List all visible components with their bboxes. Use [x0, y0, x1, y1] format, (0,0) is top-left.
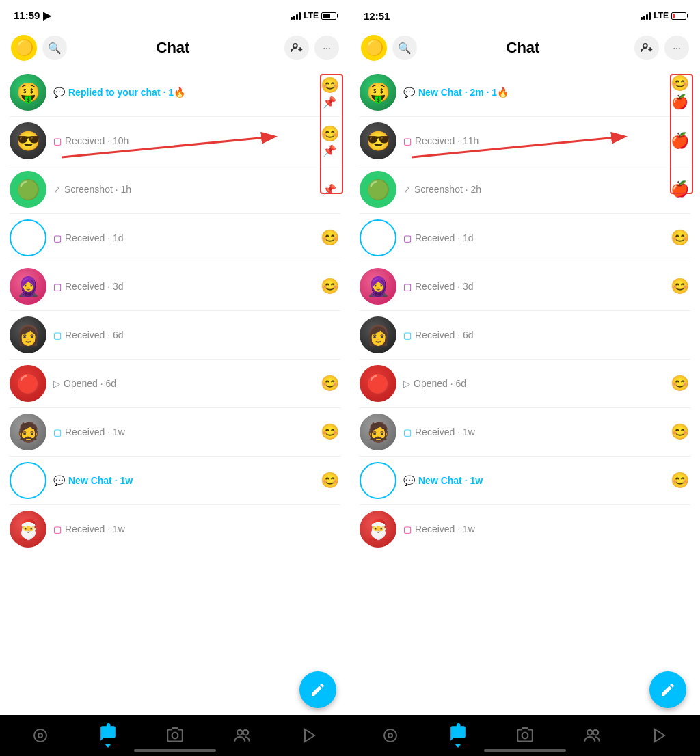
chat-item-3-right[interactable]: 🟢 ⤢ Screenshot · 2h 🍎 — [350, 165, 700, 213]
nav-camera-left[interactable] — [142, 727, 208, 744]
nav-friends-left[interactable] — [208, 727, 275, 744]
status-time-right: 12:51 — [364, 10, 390, 22]
battery-icon-left — [321, 12, 336, 20]
avatar-1-left: 🤑 — [10, 74, 46, 111]
avatar-9-right — [360, 462, 396, 499]
chat-item-6-right[interactable]: 👩 ▢ Received · 6d — [350, 311, 700, 359]
status-text-2-left: Received · 10h — [65, 135, 129, 146]
compose-fab-right[interactable] — [649, 671, 686, 708]
status-text-5-right: Received · 3d — [415, 281, 474, 292]
chat-status-4-left: ▢ Received · 1d — [53, 232, 319, 243]
chat-content-2-right: ▢ Received · 11h — [396, 135, 669, 146]
more-options-button-left[interactable]: ··· — [314, 36, 339, 60]
status-text-4-left: Received · 1d — [65, 232, 124, 243]
chat-item-6-left[interactable]: 👩 ▢ Received · 6d — [0, 311, 350, 359]
chat-right-4-left: 😊 — [319, 229, 340, 247]
status-icon-3-right: ⤢ — [403, 185, 411, 195]
chat-right-4-right: 😊 — [669, 229, 690, 247]
nav-camera-right[interactable] — [492, 727, 558, 744]
nav-friends-right[interactable] — [558, 727, 625, 744]
chat-right-1-left: 😊 📌 — [319, 77, 340, 109]
chat-content-7-right: ▷ Opened · 6d — [396, 378, 669, 389]
chat-content-1-right: 💬 New Chat · 2m · 1🔥 — [396, 87, 669, 98]
chat-status-8-right: ▢ Received · 1w — [403, 427, 669, 437]
svg-point-19 — [587, 730, 593, 735]
chat-content-10-right: ▢ Received · 1w — [396, 524, 669, 535]
chat-item-9-left[interactable]: 💬 New Chat · 1w 😊 — [0, 457, 350, 504]
chat-item-7-left[interactable]: 🔴 ▷ Opened · 6d 😊 — [0, 360, 350, 407]
status-icon-4-left: ▢ — [53, 233, 62, 243]
chat-status-9-left: 💬 New Chat · 1w — [53, 475, 319, 486]
chat-item-5-right[interactable]: 🧕 ▢ Received · 3d 😊 — [350, 262, 700, 310]
chat-item-10-right[interactable]: 🎅 ▢ Received · 1w — [350, 505, 700, 553]
status-text-1-left: Replied to your chat · 1🔥 — [68, 87, 185, 98]
chat-notification-dot-right — [456, 723, 460, 727]
chat-item-7-right[interactable]: 🔴 ▷ Opened · 6d 😊 — [350, 360, 700, 407]
apple-emoji-1-right: 🍎 — [671, 94, 688, 110]
status-icon-4-right: ▢ — [403, 233, 412, 243]
chat-item-2-left[interactable]: 😎 ▢ Received · 10h 😊 📌 — [0, 117, 350, 165]
friend-emoji-8-right: 😊 — [671, 423, 689, 441]
profile-avatar-left[interactable]: 🟡 — [11, 35, 37, 61]
status-text-4-right: Received · 1d — [415, 232, 474, 243]
add-friend-button-right[interactable] — [634, 36, 659, 60]
compose-fab-left[interactable] — [299, 671, 336, 708]
avatar-1-right: 🤑 — [360, 74, 396, 111]
signal-icon-left — [291, 12, 301, 20]
chat-status-5-left: ▢ Received · 3d — [53, 281, 319, 292]
add-friend-button-left[interactable] — [284, 36, 309, 60]
chat-status-2-left: ▢ Received · 10h — [53, 135, 319, 146]
chat-item-3-left[interactable]: 🟢 ⤢ Screenshot · 1h 📌 — [0, 165, 350, 213]
nav-chat-left[interactable] — [74, 725, 141, 746]
chat-item-4-left[interactable]: ▢ Received · 1d 😊 — [0, 214, 350, 262]
search-button-left[interactable]: 🔍 — [42, 36, 67, 60]
chat-content-6-right: ▢ Received · 6d — [396, 329, 669, 340]
status-icon-7-left: ▷ — [53, 379, 60, 389]
status-text-10-left: Received · 1w — [65, 524, 125, 535]
avatar-4-left — [10, 219, 46, 256]
chat-item-10-left[interactable]: 🎅 ▢ Received · 1w — [0, 505, 350, 553]
nav-map-right[interactable] — [357, 727, 424, 744]
chat-content-2-left: ▢ Received · 10h — [46, 135, 319, 146]
status-icon-1-right: 💬 — [403, 87, 415, 98]
lte-label-left: LTE — [304, 11, 319, 21]
status-text-3-left: Screenshot · 1h — [64, 184, 131, 195]
chat-status-10-right: ▢ Received · 1w — [403, 524, 669, 535]
status-icon-2-left: ▢ — [53, 136, 62, 146]
status-text-8-right: Received · 1w — [415, 427, 475, 437]
chat-right-9-right: 😊 — [669, 472, 690, 489]
avatar-6-left: 👩 — [10, 316, 46, 353]
friend-emoji-1-left: 😊 — [321, 77, 339, 94]
status-text-7-right: Opened · 6d — [414, 378, 466, 389]
chat-item-8-right[interactable]: 🧔 ▢ Received · 1w 😊 — [350, 408, 700, 456]
chat-item-2-right[interactable]: 😎 ▢ Received · 11h 🍎 — [350, 117, 700, 165]
chat-right-9-left: 😊 — [319, 472, 340, 489]
chat-content-4-right: ▢ Received · 1d — [396, 232, 669, 243]
friend-emoji-9-left: 😊 — [321, 472, 339, 489]
chat-item-1-right[interactable]: 🤑 💬 New Chat · 2m · 1🔥 😊 🍎 — [350, 68, 700, 116]
status-text-5-left: Received · 3d — [65, 281, 124, 292]
chat-item-1-left[interactable]: 🤑 💬 Replied to your chat · 1🔥 😊 📌 — [0, 68, 350, 116]
chat-right-5-right: 😊 — [669, 278, 690, 295]
chat-list-left: 🤑 💬 Replied to your chat · 1🔥 😊 📌 😎 ▢ Re… — [0, 68, 350, 715]
chat-status-7-right: ▷ Opened · 6d — [403, 378, 669, 389]
status-text-6-right: Received · 6d — [415, 329, 474, 340]
avatar-5-right: 🧕 — [360, 268, 396, 305]
right-phone: 12:51 LTE 🟡 🔍 Chat — [350, 0, 700, 756]
chat-item-8-left[interactable]: 🧔 ▢ Received · 1w 😊 — [0, 408, 350, 456]
more-options-button-right[interactable]: ··· — [664, 36, 689, 60]
chat-content-7-left: ▷ Opened · 6d — [46, 378, 319, 389]
nav-map-left[interactable] — [7, 727, 74, 744]
avatar-3-left: 🟢 — [10, 171, 46, 208]
chat-item-9-right[interactable]: 💬 New Chat · 1w 😊 — [350, 457, 700, 504]
search-button-right[interactable]: 🔍 — [392, 36, 417, 60]
chat-item-4-right[interactable]: ▢ Received · 1d 😊 — [350, 214, 700, 262]
chat-item-5-left[interactable]: 🧕 ▢ Received · 3d 😊 — [0, 262, 350, 310]
avatar-5-left: 🧕 — [10, 268, 46, 305]
nav-chat-right[interactable] — [424, 725, 491, 746]
nav-discover-left[interactable] — [276, 727, 343, 744]
friend-emoji-2-left: 😊 — [321, 125, 339, 143]
profile-avatar-right[interactable]: 🟡 — [361, 35, 387, 61]
nav-discover-right[interactable] — [626, 727, 693, 744]
status-text-8-left: Received · 1w — [65, 427, 125, 437]
